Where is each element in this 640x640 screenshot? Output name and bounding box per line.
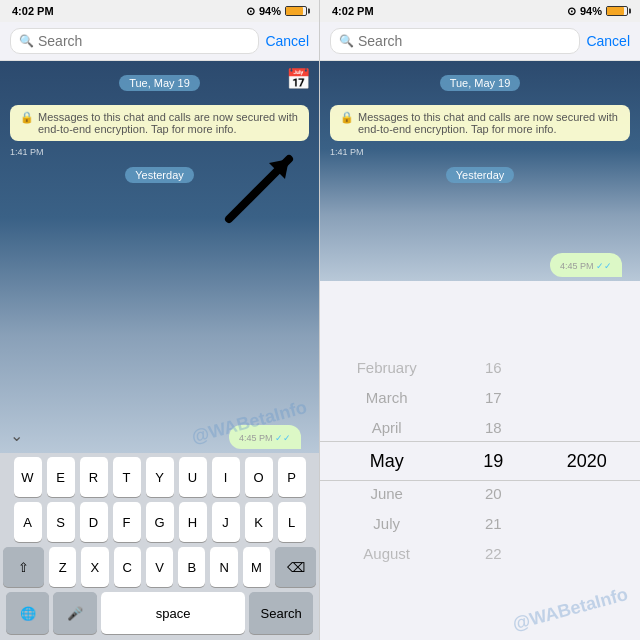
sent-message-left: 4:45 PM ✓✓ xyxy=(229,425,301,449)
search-input-wrap-left[interactable]: 🔍 xyxy=(10,28,259,54)
sent-time-left: 4:45 PM ✓✓ xyxy=(239,433,291,443)
picker-day-item: 22 xyxy=(453,539,533,569)
key-r[interactable]: R xyxy=(80,457,108,497)
chat-area-right: Tue, May 19 🔒 Messages to this chat and … xyxy=(320,61,640,281)
key-b[interactable]: B xyxy=(178,547,205,587)
status-icons-right: ⊙ 94% xyxy=(567,5,628,18)
time-right: 4:02 PM xyxy=(332,5,374,17)
lock-icon-left: 🔒 xyxy=(20,111,34,124)
key-space[interactable]: space xyxy=(101,592,246,634)
key-delete[interactable]: ⌫ xyxy=(275,547,316,587)
key-o[interactable]: O xyxy=(245,457,273,497)
search-input-left[interactable] xyxy=(38,33,250,49)
search-icon-right: 🔍 xyxy=(339,34,354,48)
cancel-button-left[interactable]: Cancel xyxy=(265,33,309,49)
key-s[interactable]: S xyxy=(47,502,75,542)
date-bubble-left: Tue, May 19 xyxy=(119,73,200,91)
status-bar-right: 4:02 PM ⊙ 94% xyxy=(320,0,640,22)
picker-month-item: July xyxy=(320,509,453,539)
chevron-down-icon[interactable]: ⌄ xyxy=(10,426,23,445)
status-icons-left: ⊙ 94% xyxy=(246,5,307,18)
key-n[interactable]: N xyxy=(210,547,237,587)
keyboard-row1: W E R T Y U I O P xyxy=(3,457,316,497)
yesterday-bubble-right: Yesterday xyxy=(446,165,515,183)
battery-icon-right xyxy=(606,6,628,16)
chat-content-left: Tue, May 19 🔒 Messages to this chat and … xyxy=(0,61,319,453)
key-v[interactable]: V xyxy=(146,547,173,587)
right-panel: 4:02 PM ⊙ 94% 🔍 Cancel Tue, May 19 🔒 Mes… xyxy=(320,0,640,640)
key-mic[interactable]: 🎤 xyxy=(53,592,96,634)
picker-month-item: June xyxy=(320,479,453,509)
cancel-button-right[interactable]: Cancel xyxy=(586,33,630,49)
key-c[interactable]: C xyxy=(114,547,141,587)
system-message-right: 🔒 Messages to this chat and calls are no… xyxy=(330,105,630,141)
battery-pct-right: 94% xyxy=(580,5,602,17)
system-message-left: 🔒 Messages to this chat and calls are no… xyxy=(10,105,309,141)
picker-month-item: August xyxy=(320,539,453,569)
search-bar-right: 🔍 Cancel xyxy=(320,22,640,61)
time1-right: 1:41 PM xyxy=(320,147,640,157)
key-g[interactable]: G xyxy=(146,502,174,542)
date-bubble-right: Tue, May 19 xyxy=(440,73,521,91)
key-x[interactable]: X xyxy=(81,547,108,587)
picker-month-col[interactable]: February March April May June July Augus… xyxy=(320,281,453,640)
picker-month-selected: May xyxy=(320,443,453,479)
signal-icon-right: ⊙ xyxy=(567,5,576,18)
chat-content-right: Tue, May 19 🔒 Messages to this chat and … xyxy=(320,61,640,281)
sent-message-right: 4:45 PM ✓✓ xyxy=(550,253,622,277)
key-p[interactable]: P xyxy=(278,457,306,497)
picker-year-selected: 2020 xyxy=(533,443,640,479)
key-globe[interactable]: 🌐 xyxy=(6,592,49,634)
key-a[interactable]: A xyxy=(14,502,42,542)
date-picker[interactable]: February March April May June July Augus… xyxy=(320,281,640,640)
keyboard-area: W E R T Y U I O P A S D F G H J K L ⇧ Z … xyxy=(0,453,319,640)
key-shift[interactable]: ⇧ xyxy=(3,547,44,587)
picker-month-item: April xyxy=(320,413,453,443)
search-bar-left: 🔍 Cancel xyxy=(0,22,319,61)
picker-year-col[interactable]: 2020 xyxy=(533,281,640,640)
keyboard-row2: A S D F G H J K L xyxy=(3,502,316,542)
sent-time-right: 4:45 PM ✓✓ xyxy=(560,261,612,271)
yesterday-bubble-left: Yesterday xyxy=(125,165,194,183)
key-e[interactable]: E xyxy=(47,457,75,497)
picker-day-item: 20 xyxy=(453,479,533,509)
picker-day-item: 18 xyxy=(453,413,533,443)
key-y[interactable]: Y xyxy=(146,457,174,497)
time-left: 4:02 PM xyxy=(12,5,54,17)
key-l[interactable]: L xyxy=(278,502,306,542)
key-search[interactable]: Search xyxy=(249,592,313,634)
picker-day-item: 16 xyxy=(453,353,533,383)
key-i[interactable]: I xyxy=(212,457,240,497)
keyboard-bottom-row: 🌐 🎤 space Search xyxy=(3,592,316,634)
chat-area-left: Tue, May 19 🔒 Messages to this chat and … xyxy=(0,61,319,453)
search-input-right[interactable] xyxy=(358,33,571,49)
picker-day-item: 17 xyxy=(453,383,533,413)
key-z[interactable]: Z xyxy=(49,547,76,587)
picker-day-selected: 19 xyxy=(453,443,533,479)
picker-month-item: March xyxy=(320,383,453,413)
key-h[interactable]: H xyxy=(179,502,207,542)
signal-icon: ⊙ xyxy=(246,5,255,18)
key-t[interactable]: T xyxy=(113,457,141,497)
key-w[interactable]: W xyxy=(14,457,42,497)
picker-month-item: February xyxy=(320,353,453,383)
key-d[interactable]: D xyxy=(80,502,108,542)
battery-pct-left: 94% xyxy=(259,5,281,17)
search-input-wrap-right[interactable]: 🔍 xyxy=(330,28,580,54)
key-k[interactable]: K xyxy=(245,502,273,542)
calendar-icon-left[interactable]: 📅 xyxy=(286,67,311,91)
key-j[interactable]: J xyxy=(212,502,240,542)
picker-columns: February March April May June July Augus… xyxy=(320,281,640,640)
key-f[interactable]: F xyxy=(113,502,141,542)
battery-icon-left xyxy=(285,6,307,16)
key-m[interactable]: M xyxy=(243,547,270,587)
picker-day-item: 21 xyxy=(453,509,533,539)
key-u[interactable]: U xyxy=(179,457,207,497)
left-panel: 4:02 PM ⊙ 94% 🔍 Cancel Tue, May 19 🔒 Mes… xyxy=(0,0,320,640)
lock-icon-right: 🔒 xyxy=(340,111,354,124)
status-bar-left: 4:02 PM ⊙ 94% xyxy=(0,0,319,22)
keyboard-row3: ⇧ Z X C V B N M ⌫ xyxy=(3,547,316,587)
search-icon-left: 🔍 xyxy=(19,34,34,48)
time1-left: 1:41 PM xyxy=(0,147,319,157)
picker-day-col[interactable]: 16 17 18 19 20 21 22 xyxy=(453,281,533,640)
